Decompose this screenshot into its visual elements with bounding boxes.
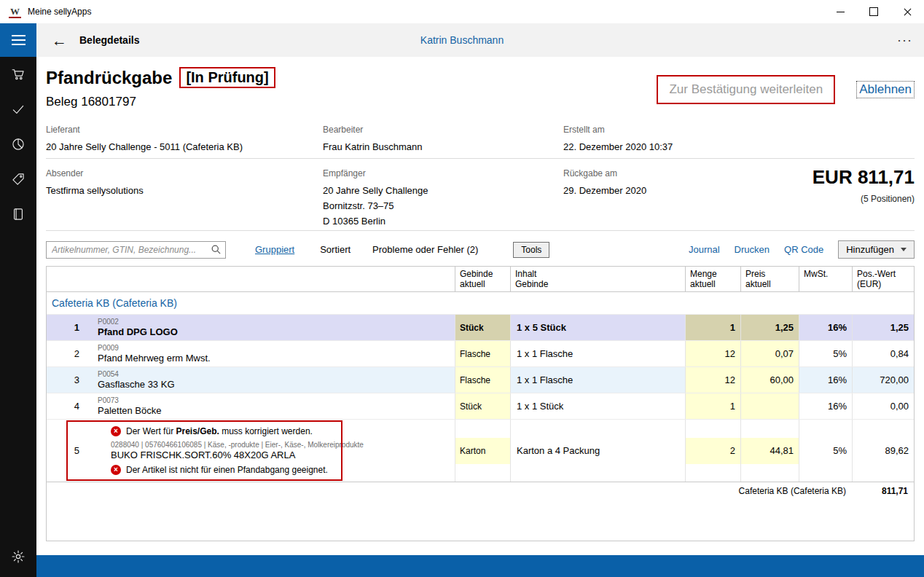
- empfaenger-field: Empfänger 20 Jahre Selly Challenge Borni…: [323, 168, 428, 229]
- status-badge: [In Prüfung]: [179, 67, 275, 88]
- mwst-cell: 5%: [799, 420, 852, 482]
- table-row[interactable]: 1 P0002 Pfand DPG LOGO Stück 1 x 5 Stück…: [47, 315, 914, 341]
- header-mwst: MwSt.: [799, 267, 852, 291]
- article-code: P0009: [98, 344, 450, 353]
- document-title: Pfandrückgabe: [46, 68, 172, 88]
- menge-cell[interactable]: 2: [685, 420, 740, 482]
- info-row-2: Absender Testfirma sellysolutions Empfän…: [46, 163, 915, 231]
- group-header: Cafeteria KB (Cafeteria KB): [47, 292, 914, 315]
- preis-cell[interactable]: 1,25: [740, 315, 799, 340]
- mwst-cell: 16%: [799, 393, 852, 419]
- menge-cell[interactable]: 1: [685, 393, 740, 419]
- cart-icon[interactable]: [0, 57, 36, 92]
- nav-bar: ← Belegdetails Katrin Buschmann ···: [0, 23, 924, 57]
- row-number: 3: [47, 367, 85, 393]
- mwst-cell: 16%: [799, 315, 852, 340]
- preis-cell[interactable]: 0,07: [740, 341, 799, 366]
- app-logo-icon: W: [9, 5, 21, 18]
- menge-cell[interactable]: 1: [685, 315, 740, 340]
- tag-icon[interactable]: [0, 162, 36, 197]
- minimize-button[interactable]: [823, 0, 857, 23]
- pie-chart-icon[interactable]: [0, 127, 36, 162]
- row-number: 2: [47, 341, 85, 366]
- article-code: P0073: [98, 396, 450, 405]
- more-ellipsis-button[interactable]: ···: [897, 34, 912, 47]
- qr-code-link[interactable]: QR Code: [784, 244, 823, 255]
- gebinde-cell[interactable]: Flasche: [455, 341, 510, 366]
- sidebar: [0, 57, 36, 577]
- error-message-bottom: × Der Artikel ist nicht für einen Pfanda…: [98, 463, 450, 478]
- menge-cell[interactable]: 12: [685, 367, 740, 393]
- drucken-link[interactable]: Drucken: [735, 244, 770, 255]
- table-row[interactable]: 2 P0009 Pfand Mehrweg erm Mwst. Flasche …: [47, 341, 914, 367]
- search-box: [46, 241, 226, 259]
- gebinde-cell[interactable]: Stück: [455, 315, 510, 340]
- probleme-filter[interactable]: Probleme oder Fehler (2): [372, 244, 478, 255]
- close-button[interactable]: [890, 0, 924, 23]
- dropdown-chevron-icon: [901, 248, 907, 251]
- error-x-icon: ×: [111, 426, 121, 436]
- group-footer: Cafeteria KB (Cafeteria KB) 811,71: [47, 482, 914, 500]
- checkmark-icon[interactable]: [0, 92, 36, 127]
- book-icon[interactable]: [0, 197, 36, 232]
- mwst-cell: 5%: [799, 341, 852, 366]
- header-inhalt: InhaltGebinde: [510, 267, 685, 291]
- toolbar: Gruppiert Sortiert Probleme oder Fehler …: [46, 240, 915, 259]
- hamburger-menu-button[interactable]: [0, 23, 36, 57]
- preis-cell[interactable]: [740, 393, 799, 419]
- header-article: [85, 267, 455, 291]
- tools-button[interactable]: Tools: [513, 242, 549, 258]
- header-preis: Preisaktuell: [740, 267, 799, 291]
- table-row[interactable]: 4 P0073 Paletten Böcke Stück 1 x 1 Stück…: [47, 393, 914, 420]
- table-header: Gebindeaktuell InhaltGebinde Mengeaktuel…: [47, 267, 914, 292]
- absender-label: Absender: [46, 168, 144, 178]
- back-arrow-icon[interactable]: ←: [52, 33, 67, 48]
- row-number: 1: [47, 315, 85, 340]
- document-number: Beleg 16801797: [46, 95, 275, 109]
- article-name: Pfand DPG LOGO: [98, 326, 450, 338]
- gebinde-cell[interactable]: Karton: [455, 420, 510, 482]
- bearbeiter-value: Frau Katrin Buschmann: [323, 139, 423, 154]
- rueckgabe-label: Rückgabe am: [563, 168, 646, 178]
- header-menge: Mengeaktuell: [685, 267, 740, 291]
- positions-count: (5 Positionen): [813, 194, 915, 204]
- wert-cell: 1,25: [852, 315, 914, 340]
- header-wert: Pos.-Wert(EUR): [852, 267, 914, 291]
- header-gebinde: Gebindeaktuell: [455, 267, 510, 291]
- header-num: [47, 267, 85, 291]
- minimize-icon: [837, 12, 845, 12]
- hinzufuegen-dropdown-button[interactable]: Hinzufügen: [838, 240, 915, 259]
- sortiert-toggle[interactable]: Sortiert: [320, 244, 351, 255]
- mwst-cell: 16%: [799, 367, 852, 393]
- user-link[interactable]: Katrin Buschmann: [420, 34, 504, 46]
- gebinde-cell[interactable]: Stück: [455, 393, 510, 419]
- total-amount: EUR 811,71: [813, 166, 915, 189]
- reject-button[interactable]: Ablehnen: [856, 81, 915, 98]
- table-row[interactable]: 3 P0054 Gasflasche 33 KG Flasche 1 x 1 F…: [47, 367, 914, 393]
- main-content: Pfandrückgabe [In Prüfung] Beleg 1680179…: [36, 57, 924, 555]
- wert-cell: 89,62: [852, 420, 914, 482]
- window-controls: [823, 0, 924, 23]
- gebinde-cell[interactable]: Flasche: [455, 367, 510, 393]
- article-name: BUKO FRISCHK.SORT.60% 48X20G ARLA: [111, 450, 450, 461]
- empfaenger-value: 20 Jahre Selly Challenge Bornitzstr. 73–…: [323, 183, 428, 229]
- journal-link[interactable]: Journal: [689, 244, 720, 255]
- window-title: Meine sellyApps: [28, 7, 91, 17]
- toolbar-right: Journal Drucken QR Code Hinzufügen: [689, 240, 915, 259]
- maximize-icon: [869, 7, 878, 16]
- group-footer-label: Cafeteria KB (Cafeteria KB): [47, 486, 852, 496]
- preis-cell[interactable]: 44,81: [740, 420, 799, 482]
- forward-for-confirmation-button[interactable]: Zur Bestätigung weiterleiten: [657, 75, 835, 104]
- title-bar: W Meine sellyApps: [0, 0, 924, 23]
- lieferant-label: Lieferant: [46, 125, 243, 135]
- row-number: 5: [47, 420, 85, 482]
- gruppiert-toggle[interactable]: Gruppiert: [255, 244, 294, 255]
- total-block: EUR 811,71 (5 Positionen): [813, 166, 915, 204]
- table-row-error[interactable]: 5 × Der Wert für Preis/Geb. muss korrigi…: [47, 420, 914, 482]
- preis-cell[interactable]: 60,00: [740, 367, 799, 393]
- article-cell: P0009 Pfand Mehrweg erm Mwst.: [85, 341, 455, 366]
- menge-cell[interactable]: 12: [685, 341, 740, 366]
- settings-gear-icon[interactable]: [0, 539, 36, 574]
- maximize-button[interactable]: [857, 0, 890, 23]
- search-input[interactable]: [46, 241, 226, 259]
